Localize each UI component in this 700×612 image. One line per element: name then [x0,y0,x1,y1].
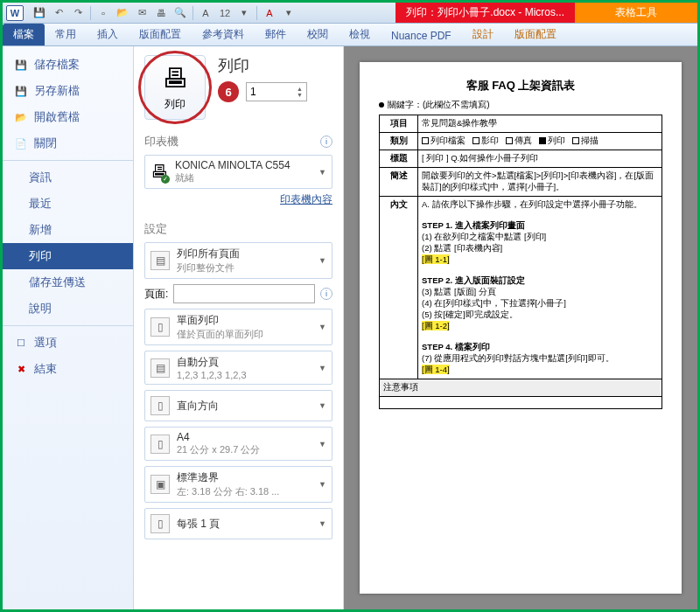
setting-pages-per-sheet[interactable]: ▯ 每張 1 頁 ▼ [144,508,332,539]
print-preview: 客服 FAQ 上架資訊表 關鍵字：(此欄位不需填寫) 項目常見問題&操作教學 類… [344,46,697,609]
nav-label: 另存新檔 [34,83,80,99]
nav-help[interactable]: 說明 [3,296,133,322]
nav-options[interactable]: ☐選項 [3,330,133,356]
exit-icon: ✖ [15,363,27,375]
margins-icon: ▣ [150,475,170,494]
copies-value: 1 [250,86,256,98]
redo-icon[interactable]: ↷ [71,6,85,20]
nav-label: 結束 [34,361,57,377]
nav-save-send[interactable]: 儲存並傳送 [3,269,133,296]
ribbon-tabs: 檔案 常用 插入 版面配置 參考資料 郵件 校閱 檢視 Nuance PDF 設… [3,24,697,46]
nav-save[interactable]: 💾儲存檔案 [3,52,133,78]
tab-table-design[interactable]: 設計 [462,24,504,45]
tab-nuance-pdf[interactable]: Nuance PDF [381,26,462,45]
chevron-down-icon[interactable]: ▼ [318,440,326,449]
open-icon: 📂 [15,111,27,123]
close-icon: 📄 [15,137,27,150]
nav-label: 選項 [34,335,57,351]
nav-recent[interactable]: 最近 [3,191,133,217]
backstage-view: 💾儲存檔案 💾另存新檔 📂開啟舊檔 📄關閉 資訊 最近 新增 列印 儲存並傳送 … [3,46,697,609]
nav-exit[interactable]: ✖結束 [3,356,133,382]
word-app-icon: W [6,5,24,21]
setting-paper-size[interactable]: ▯ A421 公分 x 29.7 公分 ▼ [144,427,332,461]
window-title: 列印：列印小冊子.docx - Micros... [396,3,575,23]
title-tabs: 列印：列印小冊子.docx - Micros... 表格工具 [396,3,697,23]
paper-icon: ▯ [150,435,170,454]
mail-icon[interactable]: ✉ [135,6,149,20]
pages-icon: ▤ [150,251,170,270]
nav-save-as[interactable]: 💾另存新檔 [3,78,133,104]
print-button-label: 列印 [164,97,186,112]
open-icon[interactable]: 📂 [116,6,130,20]
chevron-down-icon[interactable]: ▼ [318,256,326,265]
nav-close[interactable]: 📄關閉 [3,130,133,156]
printer-selector[interactable]: 🖶✓ KONICA MINOLTA C554 就緒 ▼ [144,155,332,189]
tab-mailings[interactable]: 郵件 [255,24,297,45]
separator [192,6,193,20]
preview-icon[interactable]: 🔍 [173,6,187,20]
setting-main: 每張 1 頁 [177,517,220,532]
font-a-icon[interactable]: A [199,6,213,20]
portrait-icon: ▯ [150,396,170,415]
setting-sub: 列印整份文件 [177,261,240,275]
settings-section-label: 設定 [144,221,167,237]
collate-icon: ▤ [150,358,170,378]
new-icon[interactable]: ▫ [96,6,110,20]
doc-title: 客服 FAQ 上架資訊表 [379,78,662,94]
tab-file[interactable]: 檔案 [3,24,45,45]
chevron-down-icon[interactable]: ▾ [237,6,251,20]
backstage-nav: 💾儲存檔案 💾另存新檔 📂開啟舊檔 📄關閉 資訊 最近 新增 列印 儲存並傳送 … [3,46,134,609]
copies-input[interactable]: 1 ▲▼ [246,82,307,101]
tab-view[interactable]: 檢視 [339,24,381,45]
chevron-down-icon[interactable]: ▼ [318,480,326,489]
info-icon[interactable]: i [320,136,332,148]
chevron-down-icon[interactable]: ▼ [318,168,326,177]
setting-sides[interactable]: ▯ 單面列印僅於頁面的單面列印 ▼ [144,309,332,345]
pages-input[interactable] [173,284,315,303]
tab-home[interactable]: 常用 [45,24,87,45]
setting-main: 直向方向 [177,399,219,414]
separator [256,6,257,20]
divider [3,160,133,161]
tab-table-layout[interactable]: 版面配置 [504,24,567,45]
font-color-icon[interactable]: A [262,6,276,20]
printer-status: 就緒 [175,171,290,184]
setting-sub: 左: 3.18 公分 右: 3.18 ... [177,485,279,498]
chevron-down-icon[interactable]: ▼ [318,364,326,372]
printer-icon: 🖶 [162,64,188,94]
nav-new[interactable]: 新增 [3,217,133,243]
chevron-down-icon[interactable]: ▼ [318,323,326,331]
print-button[interactable]: 🖶 列印 [144,55,206,120]
setting-main: 單面列印 [177,313,263,328]
nav-label: 關閉 [34,136,57,151]
info-icon[interactable]: i [320,288,332,300]
tab-references[interactable]: 參考資料 [192,24,255,45]
separator [90,6,91,20]
print-icon[interactable]: 🖶 [154,6,168,20]
tab-review[interactable]: 校閱 [297,24,339,45]
setting-collate[interactable]: ▤ 自動分頁1,2,3 1,2,3 1,2,3 ▼ [144,351,332,385]
printer-section-label: 印表機 [144,134,178,150]
spinner-icon[interactable]: ▲▼ [297,86,303,98]
setting-orientation[interactable]: ▯ 直向方向 ▼ [144,390,332,421]
tab-insert[interactable]: 插入 [87,24,129,45]
chevron-down-icon[interactable]: ▼ [318,401,326,410]
tab-layout[interactable]: 版面配置 [129,24,192,45]
nav-info[interactable]: 資訊 [3,164,133,191]
setting-main: A4 [177,431,260,443]
print-panel: 🖶 列印 列印 6 1 ▲▼ 印表機 i 🖶✓ KONICA MI [134,46,344,609]
nav-print[interactable]: 列印 [3,243,133,269]
undo-icon[interactable]: ↶ [52,6,66,20]
printer-properties-link[interactable]: 印表機內容 [144,192,332,207]
save-icon[interactable]: 💾 [32,6,46,20]
nav-open[interactable]: 📂開啟舊檔 [3,104,133,130]
setting-print-range[interactable]: ▤ 列印所有頁面列印整份文件 ▼ [144,242,332,279]
setting-sub: 僅於頁面的單面列印 [177,328,263,341]
chevron-down-icon[interactable]: ▼ [318,519,326,528]
setting-main: 自動分頁 [177,355,247,370]
chevron-down-icon[interactable]: ▾ [282,6,296,20]
font-size-box[interactable]: 12 [218,6,232,20]
annotation-badge-6: 6 [218,81,239,102]
faq-table: 項目常見問題&操作教學 類別 列印檔案 影印 傳真 列印 掃描 標題[ 列印 ]… [379,115,662,409]
setting-margins[interactable]: ▣ 標準邊界左: 3.18 公分 右: 3.18 ... ▼ [144,466,332,503]
